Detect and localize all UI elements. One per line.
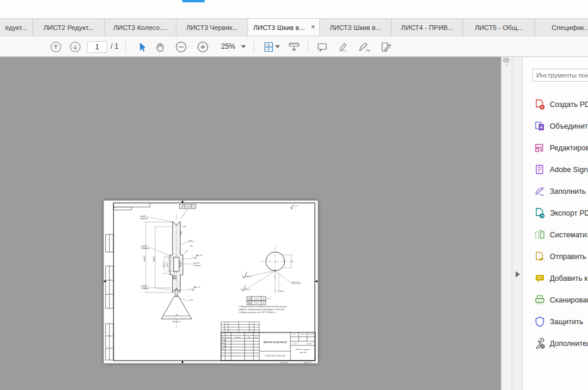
highlight-tool-button[interactable] bbox=[336, 41, 349, 53]
scroll-up-icon[interactable]: ⌃ bbox=[502, 64, 512, 70]
note-line: 2 Общие допуски по ГОСТ 30893-м bbox=[238, 311, 275, 314]
tools-panel-edge bbox=[512, 57, 523, 390]
note-line: любыми несмежными канавками ± 0,03 мм bbox=[238, 308, 285, 311]
tab-document-1[interactable]: ЛИСТ2 Редукт... bbox=[32, 18, 105, 36]
adobe-sign-icon bbox=[534, 164, 546, 176]
hand-tool-button[interactable] bbox=[153, 41, 166, 53]
tool-item-send-review[interactable]: Отправить на рецензирование bbox=[523, 246, 588, 267]
tab-label: ЛИСТ5 - Общ... bbox=[475, 24, 523, 31]
scan-icon bbox=[534, 294, 546, 306]
send-review-icon bbox=[534, 251, 546, 263]
tab-document-5[interactable]: ЛИСТ3 Шкив в... bbox=[319, 18, 392, 36]
comment-tool-button[interactable] bbox=[316, 41, 329, 53]
toolbar-separator bbox=[125, 41, 126, 53]
engineering-drawing-pulley: 0,16 А (√) bbox=[103, 200, 318, 364]
tools-panel: Создать PDF Объединить файлы Редактирова… bbox=[523, 57, 588, 390]
fit-width-button[interactable] bbox=[288, 41, 300, 53]
tab-document-2[interactable]: ЛИСТ3 Колесо.... bbox=[104, 18, 176, 36]
dim-label: 21 bbox=[185, 250, 188, 253]
dim-label: R24 max bbox=[292, 281, 300, 284]
toolbar-separator bbox=[308, 41, 308, 53]
tab-label: Специфик... bbox=[552, 24, 588, 31]
chevron-down-icon[interactable] bbox=[241, 45, 246, 48]
plus-circle-icon bbox=[197, 41, 209, 53]
tool-item-organize-pages[interactable]: Систематизировать страницы bbox=[523, 224, 588, 246]
export-pdf-icon bbox=[534, 207, 546, 219]
tool-item-create-pdf[interactable]: Создать PDF bbox=[523, 93, 588, 115]
tool-item-protect[interactable]: Защитить bbox=[523, 311, 588, 332]
page-total-label: / 1 bbox=[111, 42, 118, 51]
edit-pdf-icon bbox=[534, 142, 546, 154]
tb-row: Утв. bbox=[222, 348, 225, 349]
tab-document-4-active[interactable]: ЛИСТ3 Шкив в... × bbox=[248, 18, 320, 36]
dim-label: 0,16 bbox=[186, 206, 191, 208]
note-line: 1 Предельные отклонения расстояния между bbox=[238, 305, 287, 308]
tab-document-3[interactable]: ЛИСТ3 Червяк... bbox=[176, 18, 248, 36]
zoom-out-button[interactable] bbox=[175, 41, 188, 53]
document-pane: 0,16 А (√) bbox=[0, 57, 501, 390]
tab-label: ЛИСТ3 Колесо.... bbox=[113, 24, 167, 31]
arrow-up-circle-icon bbox=[50, 41, 62, 53]
bore bbox=[174, 257, 179, 271]
dim-label: Ra 1,6 bbox=[196, 254, 203, 257]
tool-label: Редактировать PDF bbox=[550, 144, 588, 152]
protect-shield-icon bbox=[534, 316, 546, 328]
close-icon[interactable]: × bbox=[310, 23, 315, 31]
tab-document-6[interactable]: ЛИСТ4 - ПРИВ... bbox=[391, 18, 463, 36]
material: СЧ20 ГОСТ 1412-85 bbox=[265, 355, 285, 357]
organize-pages-icon bbox=[534, 229, 546, 241]
arrow-down-circle-icon bbox=[69, 41, 81, 53]
zoom-in-button[interactable] bbox=[196, 41, 209, 53]
page-display-button[interactable] bbox=[262, 41, 275, 53]
select-tool-button[interactable] bbox=[135, 41, 148, 53]
next-page-button[interactable] bbox=[69, 41, 82, 53]
page-number-input[interactable] bbox=[87, 41, 107, 53]
dim-label: 6,07 bbox=[280, 290, 285, 292]
hand-icon bbox=[154, 41, 166, 53]
sign-tool-button[interactable] bbox=[358, 41, 370, 53]
pdf-page: 0,16 А (√) bbox=[103, 200, 318, 364]
tool-item-fill-sign[interactable]: Заполнить и подписать bbox=[523, 180, 588, 202]
footer-label: Формат А3 bbox=[303, 362, 312, 364]
tab-label: ЛИСТ3 Шкив в... bbox=[330, 24, 381, 31]
fill-sign-icon bbox=[380, 41, 393, 53]
fill-sign-tool-button[interactable] bbox=[380, 41, 393, 53]
panel-toggle-icon[interactable] bbox=[516, 271, 520, 277]
chevron-down-icon[interactable] bbox=[275, 45, 280, 48]
tab-document-0[interactable]: едукт... bbox=[0, 18, 33, 36]
tool-item-export-pdf[interactable]: Экспорт PDF bbox=[523, 202, 588, 224]
organization: МГТУ им. Баумана bbox=[296, 349, 310, 351]
toolbar-separator bbox=[253, 41, 254, 53]
tool-item-combine-files[interactable]: Объединить файлы bbox=[523, 115, 588, 137]
acrobat-window: едукт... ЛИСТ2 Редукт... ЛИСТ3 Колесо...… bbox=[0, 0, 588, 390]
tab-label: ЛИСТ4 - ПРИВ... bbox=[401, 24, 453, 31]
tab-document-7[interactable]: ЛИСТ5 - Общ... bbox=[463, 18, 535, 36]
vertical-scrollbar[interactable]: ⌃ bbox=[501, 57, 511, 390]
dim-label: r0,5 bbox=[189, 299, 193, 301]
tool-label: Заполнить и подписать bbox=[550, 187, 588, 196]
tool-item-adobe-sign[interactable]: Adobe Sign bbox=[523, 159, 588, 180]
tb-header: Лит. bbox=[293, 334, 296, 335]
tool-item-add-comment[interactable]: Добавить комментарий bbox=[523, 267, 588, 289]
minus-circle-icon bbox=[175, 41, 187, 53]
scrollbar-thumb[interactable] bbox=[503, 58, 510, 63]
tool-item-scan[interactable]: Сканирование и распознавание bbox=[523, 289, 588, 311]
main-toolbar: / 1 25% bbox=[0, 36, 588, 57]
tool-item-more-tools[interactable]: Дополнительные инструменты bbox=[523, 332, 588, 354]
search-input[interactable] bbox=[532, 69, 588, 82]
tool-label: Отправить на рецензирование bbox=[550, 253, 588, 261]
dim-label: Ø195 bbox=[143, 256, 146, 262]
dim-label: 6,25 bbox=[188, 240, 193, 242]
tool-label: Adobe Sign bbox=[550, 166, 588, 174]
titlebar bbox=[0, 0, 588, 18]
previous-page-button[interactable] bbox=[49, 41, 62, 53]
tab-label: ЛИСТ3 Червяк... bbox=[186, 24, 238, 31]
zoom-level-value[interactable]: 25% bbox=[221, 42, 235, 51]
organization: каф. РК5 bbox=[299, 352, 306, 354]
tool-item-edit-pdf[interactable]: Редактировать PDF bbox=[523, 137, 588, 159]
more-tools-wrench-icon bbox=[534, 338, 546, 349]
tool-label: Систематизировать страницы bbox=[550, 231, 588, 239]
dim-label: 0,16 bbox=[254, 298, 259, 300]
tab-document-8[interactable]: Специфик... bbox=[534, 18, 588, 36]
dim-label: Ra 3,2 bbox=[244, 288, 250, 291]
